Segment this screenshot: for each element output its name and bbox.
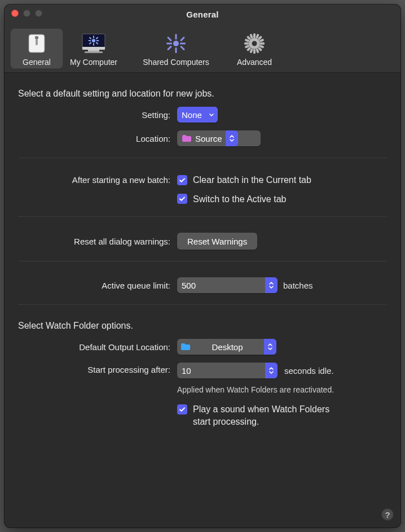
output-location-value: Desktop — [212, 342, 246, 352]
setting-popup[interactable]: None — [177, 107, 218, 123]
svg-rect-12 — [96, 40, 99, 41]
watch-folder-section-title: Select Watch Folder options. — [18, 321, 387, 331]
location-popup-value: Source — [195, 134, 226, 143]
svg-rect-9 — [93, 36, 94, 38]
svg-rect-23 — [180, 36, 185, 41]
updown-arrows-icon — [226, 130, 238, 146]
output-location-label: Default Output Location: — [18, 342, 177, 352]
svg-rect-24 — [167, 45, 172, 50]
checkbox-checked-icon — [177, 175, 187, 185]
button-label: Reset Warnings — [187, 237, 247, 246]
minimize-window-button[interactable] — [23, 10, 30, 17]
separator — [18, 216, 387, 217]
svg-rect-11 — [89, 40, 91, 41]
toolbar-tab-label: My Computer — [70, 58, 117, 67]
checkbox-checked-icon — [177, 194, 187, 204]
help-icon: ? — [385, 510, 390, 520]
updown-arrows-icon — [264, 339, 276, 355]
clear-batch-checkbox[interactable]: Clear batch in the Current tab — [177, 174, 311, 186]
computer-icon — [79, 30, 108, 56]
toolbar-tab-label: Advanced — [237, 58, 272, 67]
svg-rect-22 — [167, 36, 172, 41]
queue-limit-value: 500 — [182, 281, 199, 290]
svg-rect-20 — [166, 43, 172, 45]
svg-rect-21 — [180, 43, 186, 45]
separator — [18, 158, 387, 158]
start-processing-label: Start processing after: — [18, 363, 177, 374]
separator — [18, 261, 387, 261]
toolbar-tab-my-computer[interactable]: My Computer — [63, 28, 124, 69]
svg-point-17 — [173, 41, 179, 46]
queue-limit-label: Active queue limit: — [18, 281, 177, 290]
queue-limit-suffix: batches — [283, 281, 313, 290]
start-processing-note: Applied when Watch Folders are reactivat… — [177, 385, 334, 394]
reset-warnings-button[interactable]: Reset Warnings — [177, 233, 257, 250]
toolbar-tab-general[interactable]: General — [10, 28, 63, 69]
toolbar-tab-label: Shared Computers — [143, 58, 209, 67]
updown-arrows-icon — [265, 277, 278, 293]
svg-rect-19 — [175, 47, 177, 53]
svg-rect-29 — [244, 42, 249, 45]
svg-point-8 — [92, 39, 95, 42]
gear-icon — [241, 30, 267, 56]
checkbox-label: Switch to the Active tab — [193, 193, 286, 206]
location-label: Location: — [18, 134, 177, 143]
location-popup[interactable]: Source — [177, 130, 261, 146]
svg-point-43 — [252, 41, 257, 46]
titlebar: General — [5, 5, 400, 24]
close-window-button[interactable] — [11, 10, 19, 17]
help-button[interactable]: ? — [381, 508, 394, 521]
svg-rect-18 — [175, 34, 177, 40]
zoom-window-button[interactable] — [35, 10, 42, 17]
reset-warnings-label: Reset all dialog warnings: — [18, 237, 177, 246]
checkbox-label: Clear batch in the Current tab — [193, 174, 311, 186]
setting-label: Setting: — [18, 110, 177, 120]
start-processing-suffix: seconds idle. — [284, 366, 334, 376]
window-title: General — [186, 10, 218, 19]
svg-rect-6 — [88, 50, 99, 51]
folder-icon — [181, 343, 194, 351]
shared-icon — [163, 30, 189, 56]
output-location-popup[interactable]: Desktop — [177, 339, 276, 355]
toolbar-tab-shared-computers[interactable]: Shared Computers — [124, 28, 228, 69]
toolbar-tab-label: General — [23, 58, 51, 67]
after-batch-label: After starting a new batch: — [18, 174, 177, 185]
chevron-down-icon — [205, 107, 218, 123]
svg-rect-30 — [260, 42, 265, 45]
svg-rect-7 — [85, 51, 103, 53]
svg-rect-5 — [82, 47, 105, 50]
toolbar-tab-advanced[interactable]: Advanced — [228, 28, 281, 69]
default-setting-section-title: Select a default setting and location fo… — [18, 89, 387, 99]
svg-rect-25 — [180, 45, 185, 50]
separator — [18, 304, 387, 305]
preferences-window: General General — [5, 5, 400, 527]
window-controls — [11, 10, 42, 17]
svg-rect-28 — [253, 49, 256, 54]
svg-rect-3 — [35, 36, 38, 39]
updown-arrows-icon — [265, 363, 278, 378]
checkbox-label: Play a sound when Watch Folders start pr… — [193, 403, 346, 428]
preferences-toolbar: General — [5, 24, 400, 73]
queue-limit-popup[interactable]: 500 — [177, 277, 278, 293]
setting-popup-value: None — [182, 110, 205, 120]
start-processing-value: 10 — [182, 366, 195, 376]
svg-rect-27 — [253, 33, 256, 38]
folder-icon — [182, 134, 195, 142]
checkbox-checked-icon — [177, 404, 187, 415]
play-sound-checkbox[interactable]: Play a sound when Watch Folders start pr… — [177, 403, 346, 428]
svg-rect-10 — [93, 43, 94, 46]
start-processing-popup[interactable]: 10 — [177, 363, 278, 378]
preferences-content: Select a default setting and location fo… — [5, 73, 400, 527]
general-icon — [24, 30, 50, 56]
switch-active-tab-checkbox[interactable]: Switch to the Active tab — [177, 193, 286, 206]
